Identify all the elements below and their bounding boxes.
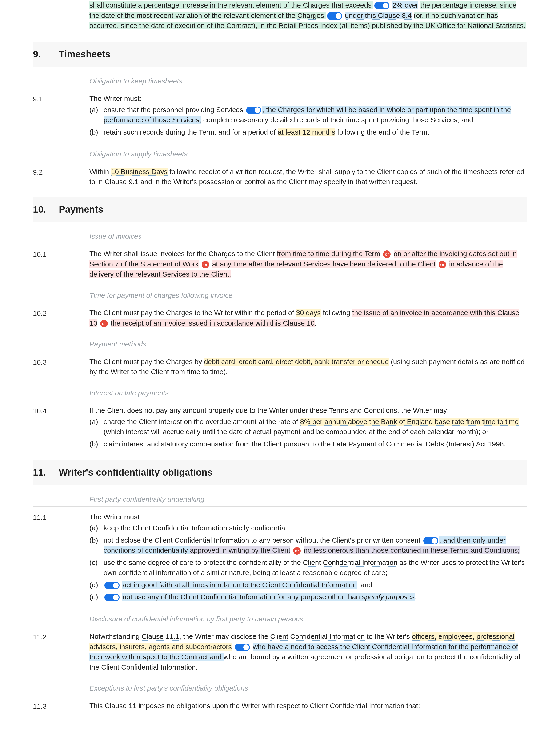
sub-text: keep the Client Confidential Information… [104,523,527,533]
text: following the end of the [335,128,412,136]
clause-9-2: 9.2 Within 10 Business Days following re… [33,161,527,188]
text: . [315,319,316,327]
subsection-caption: Obligation to keep timesheets [33,69,527,89]
clause-text: The Client must pay the Charges by debit… [90,356,527,377]
defined-term-cci[interactable]: Client Confidential Information [180,593,275,601]
or-separator-icon[interactable]: or [293,547,301,555]
clause-ref[interactable]: Clause 11 [105,702,136,710]
defined-term-cci[interactable]: Client Confidential Information [132,524,227,532]
subsection-caption: Obligation to supply timesheets [33,142,527,161]
document-body: shall constitute a percentage increase i… [0,0,560,722]
text: retain such records during the [104,128,199,136]
defined-term-charges[interactable]: Charges [208,250,235,258]
text: . [415,593,417,601]
defined-term-charges[interactable]: Charges [303,1,329,9]
subsection-caption: Payment methods [33,332,527,351]
text: from time to time during the [277,250,365,258]
text: by [193,358,204,365]
defined-term-charges[interactable]: Charges [297,11,324,20]
text: have been delivered to the Client [330,260,436,268]
sub-letter: (a) [90,417,104,437]
defined-term-charges[interactable]: Charges [166,309,192,317]
clause-text: Notwithstanding Clause 11.1, the Writer … [90,631,527,672]
defined-term-term[interactable]: Term [365,250,380,258]
sub-text: use the same degree of care to protect t… [104,558,527,578]
or-separator-icon[interactable]: or [202,261,209,268]
editable-value[interactable]: debit card, credit card, direct debit, b… [204,358,389,366]
editable-value[interactable]: at least 12 months [278,128,335,136]
section-10-heading: 10. Payments [33,197,527,222]
text: . [196,663,198,671]
text: that exceeds [330,1,374,9]
defined-term-services[interactable]: Services [162,270,189,279]
clause-ref[interactable]: Clause 9.1 [105,178,138,186]
editable-value[interactable]: 10 Business Days [111,168,167,176]
sub-item-e: (e) not use any of the Client Confidenti… [90,591,527,603]
sub-item-a: (a) ensure that the personnel providing … [90,104,527,126]
text: the receipt of an invoice issued in acco… [111,319,270,327]
sub-letter: (c) [90,558,104,578]
sub-item-a: (a) keep the Client Confidential Informa… [90,522,527,534]
editable-value[interactable]: 30 days [296,309,321,317]
or-separator-icon[interactable]: or [383,251,391,258]
clause-text: The Client must pay the Charges to the W… [90,308,527,328]
section-number: 11. [33,465,59,479]
sub-item-b: (b) claim interest and statutory compens… [90,438,527,450]
clause-text: This Clause 11 imposes no obligations up… [90,701,527,711]
toggle-icon[interactable] [374,2,389,9]
clause-text: The Writer shall issue invoices for the … [90,249,527,279]
clause-11-3: 11.3 This Clause 11 imposes no obligatio… [33,696,527,713]
section-title: Writer's confidentiality obligations [59,465,213,479]
sub-letter: (d) [90,580,104,590]
text: to the Writer within the period of [193,309,296,317]
defined-term-charges[interactable]: Charges [166,358,192,366]
text: ensure that the personnel providing [104,106,216,114]
defined-term-cci[interactable]: Client Confidential Information [352,643,447,651]
subsection-caption: Disclosure of confidential information b… [33,607,527,626]
or-separator-icon[interactable]: or [100,320,108,327]
defined-term-term[interactable]: Term [199,128,215,136]
sub-text: retain such records during the Term, and… [104,127,527,137]
sub-text: act in good faith at all times in relati… [104,580,527,590]
defined-term-cci[interactable]: Client Confidential Information [303,559,397,567]
toggle-icon[interactable] [246,107,261,114]
defined-term-cci[interactable]: Client Confidential Information [270,632,365,641]
toggle-icon[interactable] [105,582,120,589]
toggle-icon[interactable] [235,643,250,651]
editable-placeholder[interactable]: specify purposes [362,593,415,601]
text: The Writer shall issue invoices for the [90,250,208,258]
sub-letter: (a) [90,523,104,533]
text: under this Clause 8.4 [345,11,412,19]
defined-term-services[interactable]: Services [303,260,330,268]
clause-ref[interactable]: Section 7 of the Statement of Work [90,260,199,268]
clause-lead: The Writer must: [90,93,527,104]
defined-term-cci[interactable]: Client Confidential Information [310,702,405,710]
defined-term-services[interactable]: Services [430,116,457,124]
subsection-caption: Time for payment of charges following in… [33,283,527,303]
defined-term-cci[interactable]: Client Confidential Information [101,663,196,672]
toggle-icon[interactable] [423,537,438,545]
clause-ref[interactable]: this Clause 10 [270,319,315,327]
clause-ref[interactable]: under this Clause 8.4 [345,11,412,20]
editable-value[interactable]: 2% over [393,1,418,9]
text: complete reasonably detailed records of … [201,116,430,124]
or-separator-icon[interactable]: or [439,261,446,268]
toggle-icon[interactable] [105,594,120,601]
defined-term-term[interactable]: Term [412,128,428,136]
text: and in the Writer's possession or contro… [138,178,417,185]
defined-term-services[interactable]: Services [216,106,243,114]
text: shall constitute a percentage increase i… [90,1,374,9]
editable-value[interactable]: 8% per annum above the Bank of England b… [300,418,519,426]
defined-term-cci[interactable]: Client Confidential Information [262,581,357,589]
text: Within [90,168,111,175]
sub-item-d: (d) act in good faith at all times in re… [90,579,527,591]
sub-text: ensure that the personnel providing Serv… [104,105,527,125]
defined-term-cci[interactable]: Client Confidential Information [155,536,249,545]
subsection-caption: Exceptions to first party's confidential… [33,676,527,696]
toggle-icon[interactable] [327,12,342,20]
subsection-caption: Issue of invoices [33,224,527,244]
text: 2% over [393,1,418,9]
sub-letter: (b) [90,535,104,556]
text: that: [405,702,420,710]
clause-ref[interactable]: Clause 11.1 [142,632,179,641]
